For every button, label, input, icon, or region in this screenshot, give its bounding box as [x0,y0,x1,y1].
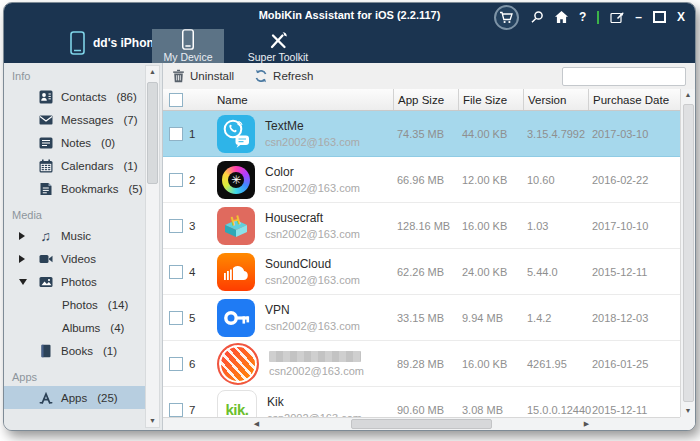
row-number: 6 [189,358,215,370]
search-input[interactable] [563,70,696,83]
scrollbar-thumb[interactable] [683,104,694,402]
redacted-app-name [269,351,361,362]
sidebar-item-count: (86) [116,91,136,103]
table-vertical-scrollbar[interactable]: ▲ ▼ [680,89,695,417]
sidebar-item-photos-sub[interactable]: Photos (14) [4,293,145,316]
refresh-label: Refresh [273,70,313,82]
green-divider [597,11,599,24]
app-size: 89.28 MB [393,358,458,370]
sidebar-item-label: Photos [62,299,98,311]
row-checkbox[interactable] [169,219,183,233]
feedback-icon[interactable] [610,11,624,24]
table-row[interactable]: 2 ✳ Color csn2002@163.com 66.96 MB 12.00… [163,157,680,203]
cart-icon[interactable] [494,5,519,30]
collapse-arrow-icon[interactable] [19,279,27,285]
sidebar-item-contacts[interactable]: Contacts (86) [4,85,145,108]
bookmarks-icon [38,181,53,196]
row-checkbox[interactable] [169,127,183,141]
sidebar-item-count: (7) [123,114,137,126]
expand-arrow-icon[interactable] [19,232,25,240]
column-header-version[interactable]: Version [523,89,588,110]
notes-icon [38,135,53,150]
sidebar-item-videos[interactable]: Videos [4,247,145,270]
trash-icon [172,69,185,83]
scroll-up-icon[interactable]: ▲ [146,66,159,78]
home-icon[interactable] [555,11,568,23]
tab-my-device[interactable]: My Device [152,29,224,65]
refresh-button[interactable]: Refresh [254,69,313,83]
sidebar-item-count: (25) [97,392,117,404]
sidebar-item-photos[interactable]: Photos [4,270,145,293]
row-checkbox[interactable] [169,403,183,417]
scroll-down-icon[interactable]: ▼ [681,405,695,417]
sidebar-item-books[interactable]: Books (1) [4,339,145,362]
app-size: 66.96 MB [393,174,458,186]
column-header-name[interactable]: Name [215,89,393,110]
expand-arrow-icon[interactable] [19,255,25,263]
minimize-button[interactable]: – [635,11,642,23]
column-header-purchase-date[interactable]: Purchase Date [588,89,680,110]
table-row[interactable]: 1 TextMe csn2002@163.com 74.35 MB 44.00 … [163,111,680,157]
app-size: 90.60 MB [393,404,458,416]
scroll-up-icon[interactable]: ▲ [681,89,695,101]
app-size: 128.16 MB [393,220,458,232]
sidebar-item-calendars[interactable]: Calendars (1) [4,154,145,177]
app-account: csn2002@163.com [265,320,360,332]
scrollbar-thumb[interactable] [147,82,158,184]
sidebar-item-bookmarks[interactable]: Bookmarks (5) [4,177,145,200]
device-name: dd's iPhone [93,36,161,50]
purchase-date: 2018-12-03 [588,312,680,324]
table-row[interactable]: 7 kik. Kik csn2002@163.com 90.60 MB 3.08… [163,387,680,418]
app-title: MobiKin Assistant for iOS (2.2.117) [259,9,441,21]
maximize-button[interactable] [653,11,666,23]
scroll-left-icon[interactable]: ◀ [165,418,348,430]
uninstall-button[interactable]: Uninstall [172,69,234,83]
sidebar-scrollbar[interactable]: ▲ ▼ [145,65,160,428]
app-size: 74.35 MB [393,128,458,140]
table-row[interactable]: 5 VPN csn2002@163.com 33.15 MB 9.94 MB [163,295,680,341]
row-checkbox[interactable] [169,173,183,187]
app-name: SoundCloud [265,257,360,271]
app-size: 33.15 MB [393,312,458,324]
tab-super-toolkit[interactable]: Super Toolkit [230,29,326,65]
row-checkbox[interactable] [169,265,183,279]
refresh-icon [254,69,268,83]
sidebar-item-apps[interactable]: Apps (25) [4,386,145,409]
column-header-app-size[interactable]: App Size [393,89,458,110]
sidebar-item-music[interactable]: ♫ Music [4,224,145,247]
table-row[interactable]: 4 SoundCloud csn2002@163.com 62.26 MB 24… [163,249,680,295]
contacts-icon [38,89,53,104]
tab-label: My Device [163,51,212,63]
toolbar: Uninstall Refresh [163,63,695,90]
sidebar-item-messages[interactable]: Messages (7) [4,108,145,131]
header-row: dd's iPhone ▼ My Device Super Toolkit [4,29,695,63]
soundcloud-app-icon [217,253,255,291]
photos-icon [38,274,53,289]
sidebar-item-label: Notes [61,137,91,149]
app-list: 1 TextMe csn2002@163.com 74.35 MB 44.00 … [163,111,680,418]
sidebar-item-albums[interactable]: Albums (4) [4,316,145,339]
search-box[interactable] [562,67,686,86]
column-header-file-size[interactable]: File Size [458,89,523,110]
purchase-date: 2016-02-22 [588,174,680,186]
scroll-down-icon[interactable]: ▼ [146,415,159,427]
housecraft-app-icon: H [217,207,255,245]
select-all-checkbox[interactable] [169,93,183,107]
app-account: csn2002@163.com [265,228,360,240]
app-account: csn2002@163.com [265,274,360,286]
table-row[interactable]: 6 csn2002@163.com 89.28 MB 16.00 KB 4261… [163,341,680,387]
scroll-right-icon[interactable]: ▶ [495,418,678,430]
table-horizontal-scrollbar[interactable]: ◀ ▶ [163,417,680,430]
scrollbar-thumb[interactable] [351,419,492,429]
app-size: 62.26 MB [393,266,458,278]
table-row[interactable]: 3 H Housecraft csn2002@163.com 128.16 MB… [163,203,680,249]
app-account: csn2002@163.com [269,365,364,377]
search-icon[interactable] [530,10,544,24]
help-icon[interactable]: ? [579,11,586,23]
row-checkbox[interactable] [169,357,183,371]
row-checkbox[interactable] [169,311,183,325]
sidebar-item-notes[interactable]: Notes (0) [4,131,145,154]
music-icon: ♫ [38,228,53,243]
close-button[interactable]: X [677,11,685,23]
sidebar-item-label: Photos [61,276,97,288]
